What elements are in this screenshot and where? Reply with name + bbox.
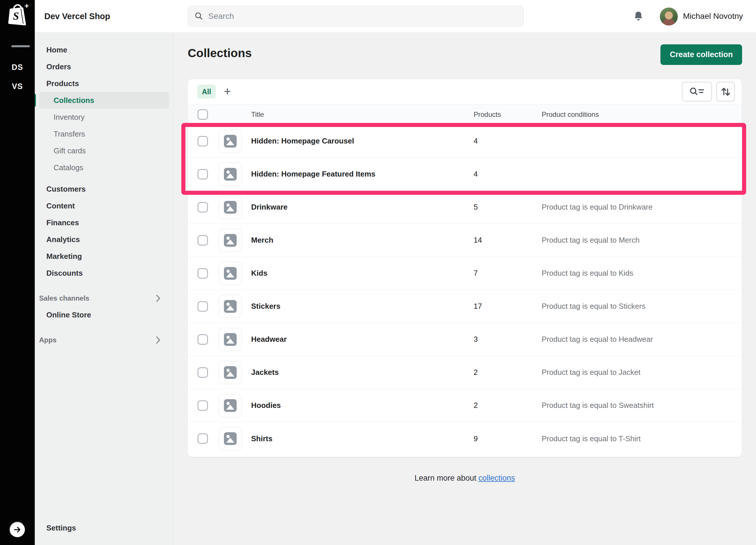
sidebar-item-settings[interactable]: Settings [39,520,169,536]
collection-title[interactable]: Hidden: Homepage Carousel [251,136,474,145]
collection-thumbnail [219,361,242,384]
sidebar-item-apps[interactable]: Apps [39,332,169,348]
shop-name: Dev Vercel Shop [44,0,110,32]
arrow-right-icon [13,525,22,534]
workspace-ds[interactable]: DS [0,59,35,75]
collection-row-merch[interactable]: Merch 14 Product tag is equal to Merch [188,224,742,257]
sidebar-item-analytics[interactable]: Analytics [39,231,169,248]
collection-condition: Product tag is equal to Kids [542,269,742,278]
sidebar-item-transfers[interactable]: Transfers [39,125,169,142]
collection-title[interactable]: Stickers [251,302,474,311]
sidebar-item-orders[interactable]: Orders [39,58,169,75]
collection-title[interactable]: Headwear [251,335,474,344]
tab-all[interactable]: All [197,85,216,99]
row-checkbox[interactable] [198,136,208,146]
collections-help-link[interactable]: collections [479,474,515,482]
sort-button[interactable] [716,82,735,101]
collection-thumbnail [219,394,242,417]
collection-row-kids[interactable]: Kids 7 Product tag is equal to Kids [188,257,742,290]
image-placeholder-icon [224,267,237,280]
collection-title[interactable]: Kids [251,269,474,278]
global-search[interactable] [188,6,524,27]
sidebar-item-online-store[interactable]: Online Store [39,307,169,323]
user-name[interactable]: Michael Novotny [683,0,743,32]
row-checkbox[interactable] [198,202,208,212]
collection-thumbnail [219,427,242,450]
collection-title[interactable]: Hidden: Homepage Featured Items [251,169,474,178]
collection-title[interactable]: Shirts [251,434,474,443]
row-checkbox[interactable] [198,169,208,179]
image-placeholder-icon [224,200,237,214]
collection-title[interactable]: Hoodies [251,401,474,410]
main-content: Collections Create collection All + [174,33,756,545]
app-rail: S + DSVS [0,0,35,545]
table-header: Title Products Product conditions [188,104,742,125]
collection-condition: Product tag is equal to Drinkware [542,203,742,211]
search-and-filter-button[interactable] [682,82,712,101]
sidebar-item-collections[interactable]: Collections [39,92,169,109]
collection-products-count: 3 [474,335,542,344]
collection-products-count: 5 [474,203,542,211]
footer-note: Learn more about collections [188,474,742,483]
row-checkbox[interactable] [198,433,208,444]
select-all-checkbox[interactable] [198,109,208,120]
create-collection-button[interactable]: Create collection [660,44,742,65]
image-placeholder-icon [224,399,237,412]
collection-row-hidden-homepage-carousel[interactable]: Hidden: Homepage Carousel 4 [188,125,742,158]
collection-products-count: 14 [474,236,542,245]
collection-thumbnail [219,262,242,285]
sidebar-item-sales-channels[interactable]: Sales channels [39,290,169,307]
row-checkbox[interactable] [198,268,208,279]
row-checkbox[interactable] [198,235,208,245]
image-placeholder-icon [224,333,237,346]
sidebar-item-home[interactable]: Home [39,41,169,58]
workspace-vs[interactable]: VS [0,79,35,94]
collection-title[interactable]: Jackets [251,368,474,377]
collection-condition: Product tag is equal to Sweatshirt [542,401,742,410]
sidebar-item-catalogs[interactable]: Catalogs [39,159,169,176]
add-view-button[interactable]: + [220,85,234,99]
collection-row-jackets[interactable]: Jackets 2 Product tag is equal to Jacket [188,356,742,389]
collection-title[interactable]: Merch [251,236,474,245]
row-checkbox[interactable] [198,367,208,378]
table-body: Hidden: Homepage Carousel 4 Hidden: Home… [188,125,742,455]
row-checkbox[interactable] [198,400,208,411]
collection-products-count: 7 [474,269,542,278]
collection-products-count: 4 [474,169,542,178]
avatar[interactable] [660,8,678,25]
collection-row-headwear[interactable]: Headwear 3 Product tag is equal to Headw… [188,323,742,356]
sidebar-item-discounts[interactable]: Discounts [39,265,169,282]
sidebar-item-finances[interactable]: Finances [39,214,169,231]
expand-sidebar-button[interactable] [9,522,25,538]
image-placeholder-icon [224,234,237,247]
sidebar-item-content[interactable]: Content [39,197,169,214]
collection-row-hoodies[interactable]: Hoodies 2 Product tag is equal to Sweats… [188,389,742,422]
collection-thumbnail [219,229,242,252]
footer-text: Learn more about [414,474,476,482]
sidebar-item-gift-cards[interactable]: Gift cards [39,142,169,159]
collection-title[interactable]: Drinkware [251,203,474,211]
collection-thumbnail [219,295,242,318]
collection-thumbnail [219,196,242,219]
collection-row-drinkware[interactable]: Drinkware 5 Product tag is equal to Drin… [188,191,742,224]
notifications-button[interactable] [631,9,646,24]
row-checkbox[interactable] [198,301,208,312]
sidebar-item-customers[interactable]: Customers [39,180,169,197]
sidebar-item-products[interactable]: Products [39,75,169,92]
collection-condition: Product tag is equal to T-Shirt [542,434,742,443]
image-placeholder-icon [224,432,237,445]
svg-text:S: S [13,10,19,22]
sort-icon [720,86,731,97]
collection-row-hidden-homepage-featured-items[interactable]: Hidden: Homepage Featured Items 4 [188,158,742,191]
collection-row-stickers[interactable]: Stickers 17 Product tag is equal to Stic… [188,290,742,323]
collection-thumbnail [219,328,242,351]
search-input[interactable] [208,12,517,21]
sidebar-item-marketing[interactable]: Marketing [39,248,169,265]
collection-row-shirts[interactable]: Shirts 9 Product tag is equal to T-Shirt [188,422,742,455]
chevron-right-icon [155,336,161,344]
shopify-logo-icon[interactable]: S + [6,2,29,29]
search-icon [194,12,204,21]
sidebar-item-inventory[interactable]: Inventory [39,109,169,125]
collection-thumbnail [219,163,242,186]
row-checkbox[interactable] [198,334,208,345]
